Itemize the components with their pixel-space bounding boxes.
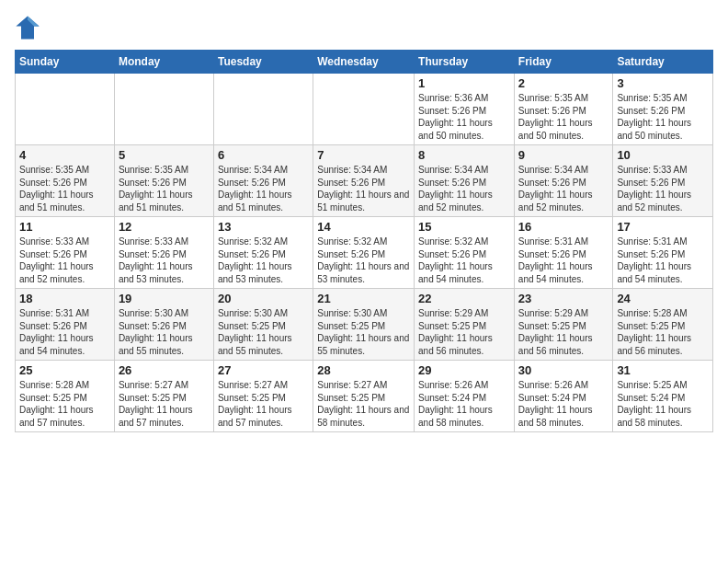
- day-info: Sunrise: 5:27 AM Sunset: 5:25 PM Dayligh…: [119, 379, 210, 429]
- day-info: Sunrise: 5:35 AM Sunset: 5:26 PM Dayligh…: [19, 164, 110, 213]
- calendar-cell: [313, 74, 415, 145]
- day-header-wednesday: Wednesday: [313, 51, 415, 74]
- calendar-cell: 1Sunrise: 5:36 AM Sunset: 5:26 PM Daylig…: [415, 74, 515, 145]
- calendar-cell: 9Sunrise: 5:34 AM Sunset: 5:26 PM Daylig…: [514, 145, 613, 217]
- day-number: 26: [119, 363, 210, 377]
- day-info: Sunrise: 5:32 AM Sunset: 5:26 PM Dayligh…: [418, 236, 510, 285]
- day-number: 9: [518, 148, 609, 162]
- day-info: Sunrise: 5:28 AM Sunset: 5:25 PM Dayligh…: [19, 379, 110, 429]
- calendar-cell: 12Sunrise: 5:33 AM Sunset: 5:26 PM Dayli…: [114, 217, 213, 289]
- calendar-cell: 27Sunrise: 5:27 AM Sunset: 5:25 PM Dayli…: [213, 361, 313, 432]
- day-info: Sunrise: 5:28 AM Sunset: 5:25 PM Dayligh…: [617, 307, 709, 357]
- calendar-cell: 26Sunrise: 5:27 AM Sunset: 5:25 PM Dayli…: [114, 361, 213, 432]
- calendar-cell: 30Sunrise: 5:26 AM Sunset: 5:24 PM Dayli…: [514, 361, 613, 432]
- day-number: 12: [119, 220, 210, 234]
- logo: [15, 15, 42, 40]
- calendar-cell: 15Sunrise: 5:32 AM Sunset: 5:26 PM Dayli…: [415, 217, 515, 289]
- calendar-cell: 19Sunrise: 5:30 AM Sunset: 5:26 PM Dayli…: [114, 289, 213, 361]
- day-header-row: SundayMondayTuesdayWednesdayThursdayFrid…: [16, 51, 713, 74]
- calendar-cell: 6Sunrise: 5:34 AM Sunset: 5:26 PM Daylig…: [213, 145, 313, 217]
- calendar-cell: 28Sunrise: 5:27 AM Sunset: 5:25 PM Dayli…: [313, 361, 415, 432]
- calendar-week-1: 1Sunrise: 5:36 AM Sunset: 5:26 PM Daylig…: [16, 74, 713, 145]
- page-header: [15, 15, 713, 40]
- day-info: Sunrise: 5:29 AM Sunset: 5:25 PM Dayligh…: [518, 307, 609, 357]
- day-number: 10: [617, 148, 709, 162]
- calendar-cell: 25Sunrise: 5:28 AM Sunset: 5:25 PM Dayli…: [16, 361, 115, 432]
- day-header-monday: Monday: [114, 51, 213, 74]
- day-number: 27: [218, 363, 309, 377]
- day-header-thursday: Thursday: [415, 51, 515, 74]
- day-number: 29: [418, 363, 510, 377]
- day-info: Sunrise: 5:36 AM Sunset: 5:26 PM Dayligh…: [418, 92, 510, 142]
- calendar-cell: [213, 74, 313, 145]
- day-info: Sunrise: 5:30 AM Sunset: 5:25 PM Dayligh…: [218, 307, 309, 357]
- day-number: 17: [617, 220, 709, 234]
- day-info: Sunrise: 5:25 AM Sunset: 5:24 PM Dayligh…: [617, 379, 709, 429]
- day-number: 4: [19, 148, 110, 162]
- day-info: Sunrise: 5:31 AM Sunset: 5:26 PM Dayligh…: [518, 236, 609, 285]
- calendar-cell: 14Sunrise: 5:32 AM Sunset: 5:26 PM Dayli…: [313, 217, 415, 289]
- day-info: Sunrise: 5:34 AM Sunset: 5:26 PM Dayligh…: [518, 164, 609, 213]
- day-header-sunday: Sunday: [16, 51, 115, 74]
- day-number: 3: [617, 76, 709, 90]
- day-number: 13: [218, 220, 309, 234]
- calendar-cell: 16Sunrise: 5:31 AM Sunset: 5:26 PM Dayli…: [514, 217, 613, 289]
- calendar-cell: 7Sunrise: 5:34 AM Sunset: 5:26 PM Daylig…: [313, 145, 415, 217]
- day-number: 24: [617, 292, 709, 305]
- day-number: 22: [418, 292, 510, 305]
- calendar-cell: 23Sunrise: 5:29 AM Sunset: 5:25 PM Dayli…: [514, 289, 613, 361]
- day-info: Sunrise: 5:35 AM Sunset: 5:26 PM Dayligh…: [617, 92, 709, 142]
- day-number: 16: [518, 220, 609, 234]
- day-info: Sunrise: 5:29 AM Sunset: 5:25 PM Dayligh…: [418, 307, 510, 357]
- day-info: Sunrise: 5:32 AM Sunset: 5:26 PM Dayligh…: [317, 236, 410, 285]
- day-header-tuesday: Tuesday: [213, 51, 313, 74]
- day-info: Sunrise: 5:34 AM Sunset: 5:26 PM Dayligh…: [418, 164, 510, 213]
- calendar-cell: 20Sunrise: 5:30 AM Sunset: 5:25 PM Dayli…: [213, 289, 313, 361]
- calendar-week-2: 4Sunrise: 5:35 AM Sunset: 5:26 PM Daylig…: [16, 145, 713, 217]
- day-info: Sunrise: 5:27 AM Sunset: 5:25 PM Dayligh…: [218, 379, 309, 429]
- day-info: Sunrise: 5:26 AM Sunset: 5:24 PM Dayligh…: [418, 379, 510, 429]
- day-number: 19: [119, 292, 210, 305]
- day-number: 6: [218, 148, 309, 162]
- calendar-cell: 5Sunrise: 5:35 AM Sunset: 5:26 PM Daylig…: [114, 145, 213, 217]
- day-number: 7: [317, 148, 410, 162]
- day-info: Sunrise: 5:26 AM Sunset: 5:24 PM Dayligh…: [518, 379, 609, 429]
- day-number: 1: [418, 76, 510, 90]
- calendar-cell: [16, 74, 115, 145]
- day-info: Sunrise: 5:27 AM Sunset: 5:25 PM Dayligh…: [317, 379, 410, 429]
- calendar-cell: [114, 74, 213, 145]
- day-info: Sunrise: 5:31 AM Sunset: 5:26 PM Dayligh…: [617, 236, 709, 285]
- day-info: Sunrise: 5:33 AM Sunset: 5:26 PM Dayligh…: [119, 236, 210, 285]
- day-info: Sunrise: 5:31 AM Sunset: 5:26 PM Dayligh…: [19, 307, 110, 357]
- day-number: 14: [317, 220, 410, 234]
- day-header-saturday: Saturday: [613, 51, 713, 74]
- calendar-cell: 17Sunrise: 5:31 AM Sunset: 5:26 PM Dayli…: [613, 217, 713, 289]
- day-info: Sunrise: 5:32 AM Sunset: 5:26 PM Dayligh…: [218, 236, 309, 285]
- calendar-cell: 31Sunrise: 5:25 AM Sunset: 5:24 PM Dayli…: [613, 361, 713, 432]
- day-info: Sunrise: 5:30 AM Sunset: 5:25 PM Dayligh…: [317, 307, 410, 357]
- day-info: Sunrise: 5:33 AM Sunset: 5:26 PM Dayligh…: [19, 236, 110, 285]
- calendar-cell: 24Sunrise: 5:28 AM Sunset: 5:25 PM Dayli…: [613, 289, 713, 361]
- calendar-cell: 29Sunrise: 5:26 AM Sunset: 5:24 PM Dayli…: [415, 361, 515, 432]
- calendar-cell: 3Sunrise: 5:35 AM Sunset: 5:26 PM Daylig…: [613, 74, 713, 145]
- day-number: 20: [218, 292, 309, 305]
- calendar-cell: 4Sunrise: 5:35 AM Sunset: 5:26 PM Daylig…: [16, 145, 115, 217]
- logo-icon: [15, 15, 40, 40]
- calendar-week-4: 18Sunrise: 5:31 AM Sunset: 5:26 PM Dayli…: [16, 289, 713, 361]
- calendar-cell: 10Sunrise: 5:33 AM Sunset: 5:26 PM Dayli…: [613, 145, 713, 217]
- day-info: Sunrise: 5:30 AM Sunset: 5:26 PM Dayligh…: [119, 307, 210, 357]
- calendar-cell: 8Sunrise: 5:34 AM Sunset: 5:26 PM Daylig…: [415, 145, 515, 217]
- day-number: 11: [19, 220, 110, 234]
- day-info: Sunrise: 5:34 AM Sunset: 5:26 PM Dayligh…: [218, 164, 309, 213]
- calendar-table: SundayMondayTuesdayWednesdayThursdayFrid…: [15, 50, 713, 432]
- calendar-week-3: 11Sunrise: 5:33 AM Sunset: 5:26 PM Dayli…: [16, 217, 713, 289]
- day-info: Sunrise: 5:33 AM Sunset: 5:26 PM Dayligh…: [617, 164, 709, 213]
- day-number: 28: [317, 363, 410, 377]
- day-info: Sunrise: 5:35 AM Sunset: 5:26 PM Dayligh…: [518, 92, 609, 142]
- day-info: Sunrise: 5:35 AM Sunset: 5:26 PM Dayligh…: [119, 164, 210, 213]
- page-container: SundayMondayTuesdayWednesdayThursdayFrid…: [0, 0, 728, 440]
- day-number: 30: [518, 363, 609, 377]
- calendar-cell: 21Sunrise: 5:30 AM Sunset: 5:25 PM Dayli…: [313, 289, 415, 361]
- day-number: 15: [418, 220, 510, 234]
- day-header-friday: Friday: [514, 51, 613, 74]
